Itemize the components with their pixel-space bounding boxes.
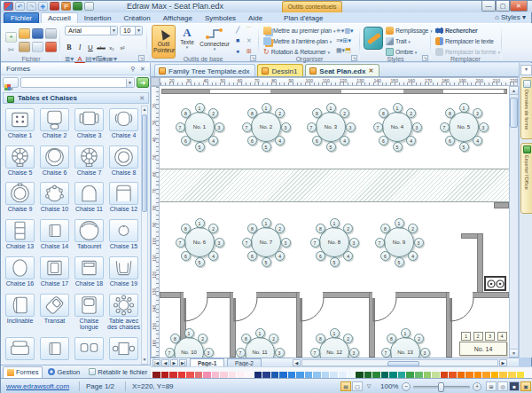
close-panel-icon[interactable]: ✕	[138, 65, 147, 74]
close-button[interactable]: ✕	[510, 1, 528, 12]
shape-thumbnail[interactable]	[5, 294, 35, 317]
chair[interactable]: 2	[208, 224, 218, 233]
shape-tabouret[interactable]: Tabouret	[72, 216, 106, 254]
shape-thumbnail[interactable]	[74, 256, 104, 279]
paste-icon[interactable]	[19, 42, 30, 52]
search-button[interactable]: Rechercher	[435, 26, 478, 35]
export-ppt-icon[interactable]: P	[61, 2, 71, 11]
lock-icon[interactable]: ⬒	[345, 47, 351, 53]
chair[interactable]: 3	[412, 122, 422, 132]
outils-dialog-launcher[interactable]: ↘	[250, 55, 256, 61]
door-opening[interactable]	[300, 292, 323, 298]
tab-affichage[interactable]: Affichage	[157, 13, 199, 23]
chair[interactable]: 1	[262, 103, 271, 113]
chair[interactable]: 7	[165, 348, 175, 358]
shape-thumbnail[interactable]	[74, 145, 104, 169]
full-screen-icon[interactable]: ■	[509, 381, 520, 391]
bring-to-front-button[interactable]: Mettre au premier plan▾	[263, 26, 336, 35]
shape-thumbnail[interactable]	[40, 219, 69, 242]
shapes-section-header[interactable]: Tables et Chaises ✕	[3, 92, 149, 104]
round-table-no-9[interactable]: No. 912345678	[374, 217, 424, 267]
door-opening[interactable]	[450, 292, 473, 298]
hatched-wall-band[interactable]	[160, 169, 509, 202]
shape-thumbnail[interactable]	[74, 108, 104, 131]
scroll-down-icon[interactable]: ▼	[142, 357, 147, 364]
chair[interactable]: 3	[281, 238, 291, 248]
door-opening[interactable]	[233, 292, 256, 298]
shape-thumbnail[interactable]	[109, 108, 138, 131]
close-tab-icon[interactable]: ✕	[368, 67, 373, 75]
chair[interactable]: 3	[349, 238, 359, 248]
window-opening[interactable]	[341, 89, 403, 94]
scroll-left-icon[interactable]: ◀	[293, 359, 301, 366]
scroll-right-icon[interactable]: ▶	[499, 359, 507, 366]
shape-thumbnail[interactable]	[74, 294, 104, 317]
shape-chaise-11[interactable]: Chaise 11	[72, 179, 106, 216]
shape-chaise-8[interactable]: Chaise 8	[106, 143, 141, 180]
shape-thumbnail[interactable]	[74, 337, 104, 360]
fit-page-icon[interactable]: ⊞	[486, 381, 497, 391]
shape-thumbnail[interactable]	[5, 256, 35, 279]
chair[interactable]: 4	[275, 136, 285, 145]
chair[interactable]: 2	[473, 332, 483, 341]
chair[interactable]: 1	[184, 328, 194, 338]
door-opening[interactable]	[372, 292, 395, 298]
undo-icon[interactable]: ↶	[15, 2, 25, 11]
round-table-no-4[interactable]: No. 412345678	[372, 102, 422, 152]
chair[interactable]: 2	[406, 108, 416, 118]
door-swing[interactable]	[450, 298, 474, 323]
shape-thumbnail[interactable]	[109, 294, 138, 317]
tab-accueil[interactable]: Accueil	[41, 12, 78, 23]
scrollbar-thumb[interactable]	[510, 98, 518, 128]
chair[interactable]: 7	[310, 238, 320, 248]
rectangle-tool-icon[interactable]: ■	[233, 36, 242, 44]
chair[interactable]: 5	[330, 257, 340, 267]
shape-thumbnail[interactable]	[109, 182, 138, 205]
round-table-no-7[interactable]: No. 712345678	[241, 217, 291, 267]
shape-thumbnail[interactable]	[109, 337, 138, 360]
chair[interactable]: 2	[269, 334, 278, 343]
chair[interactable]: 6	[181, 136, 191, 145]
police-dialog-launcher[interactable]: ↘	[138, 55, 145, 61]
normal-view-icon[interactable]: ▤	[340, 381, 351, 391]
chair[interactable]: 5	[393, 142, 403, 152]
chair[interactable]: 3	[215, 122, 224, 132]
export-word-icon[interactable]	[73, 2, 82, 11]
align-shapes-icon[interactable]: ✳▾	[336, 28, 344, 34]
website-link[interactable]: www.edrawsoft.com	[6, 382, 69, 390]
scroll-up-icon[interactable]: ▲	[142, 106, 147, 114]
chair[interactable]: 2	[473, 108, 482, 118]
chair[interactable]: 2	[343, 224, 353, 233]
shape-chaise-3[interactable]: Chaise 3	[72, 106, 106, 143]
tab-insertion[interactable]: Insertion	[78, 13, 118, 23]
redo-icon[interactable]: ↷	[27, 2, 36, 11]
styles-panel-button[interactable]: ⌂ Styles ▾	[495, 13, 526, 21]
chair[interactable]: 3	[414, 238, 424, 248]
chair[interactable]: 7	[375, 238, 385, 248]
rect-table-no-14[interactable]: No. 14	[459, 342, 507, 356]
shape-thumbnail[interactable]	[5, 145, 35, 169]
side-tab-donn-es-de-forme[interactable]: Données de forme	[520, 77, 532, 139]
door-swing[interactable]	[300, 298, 325, 323]
minimize-button[interactable]: —	[481, 1, 496, 12]
chair[interactable]: 3	[215, 238, 224, 248]
chair[interactable]: 4	[340, 136, 349, 145]
shape-chaise-19[interactable]: Chaise 19	[106, 254, 141, 291]
shape-thumbnail[interactable]	[40, 256, 69, 279]
chevron-down-icon[interactable]: ▼	[110, 27, 117, 35]
chair[interactable]: 4	[473, 136, 482, 145]
shape-chaise-4[interactable]: Chaise 4	[106, 106, 141, 143]
theme-style-button[interactable]	[364, 27, 383, 50]
close-section-icon[interactable]: ✕	[139, 95, 145, 102]
shape-chaise-14[interactable]: Chaise 14	[37, 216, 72, 254]
scrollbar-thumb[interactable]	[142, 114, 147, 212]
chair[interactable]: 8	[316, 224, 325, 233]
round-table-no-8[interactable]: No. 812345678	[309, 217, 359, 267]
line-tool-icon[interactable]: ╱	[233, 26, 242, 34]
chair[interactable]: 4	[408, 251, 418, 261]
wall-stub-right[interactable]	[494, 202, 509, 208]
round-table-no-13[interactable]: No. 1312345678	[380, 327, 430, 358]
same-size-icon[interactable]: ≡▾	[336, 37, 343, 43]
save-icon[interactable]	[32, 28, 43, 39]
superscript-button[interactable]: x²	[117, 43, 128, 53]
